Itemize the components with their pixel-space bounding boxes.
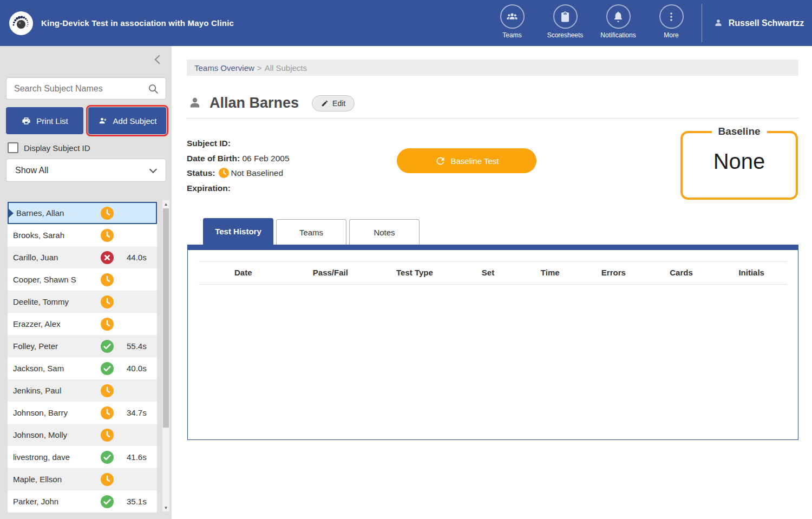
- status-icon: [101, 495, 114, 508]
- subject-name: Carillo, Juan: [13, 253, 101, 262]
- clock-icon: [101, 207, 114, 220]
- app-title: King-Devick Test in association with May…: [41, 18, 234, 28]
- collapse-sidebar-icon[interactable]: [153, 55, 163, 64]
- subject-time: 55.4s: [127, 341, 147, 351]
- panel-accent-bar: [187, 245, 798, 250]
- baseline-panel: Baseline None: [680, 131, 798, 200]
- divider: [187, 118, 798, 119]
- nav-item-teams[interactable]: Teams: [486, 4, 539, 39]
- test-history-panel: DatePass/FailTest TypeSetTimeErrorsCards…: [187, 245, 798, 440]
- subject-row[interactable]: Johnson, Molly: [8, 424, 157, 446]
- printer-icon: [21, 116, 31, 126]
- subject-row[interactable]: Deelite, Tommy: [8, 291, 157, 313]
- status-icon: [101, 340, 114, 353]
- app-logo-icon: [9, 11, 34, 36]
- user-name: Russell Schwartzz: [729, 18, 804, 28]
- nav-item-more[interactable]: More: [645, 4, 698, 39]
- nav-item-label: Scoresheets: [547, 31, 584, 39]
- person-icon: [713, 18, 724, 29]
- scrollbar-down-icon[interactable]: ▼: [162, 504, 169, 511]
- subject-list-scrollbar[interactable]: ▲ ▼: [162, 200, 169, 511]
- subject-row[interactable]: Erazzer, Alex: [8, 313, 157, 335]
- search-icon[interactable]: [147, 83, 159, 95]
- sidebar-buttons: Print List Add Subject: [6, 107, 166, 134]
- nav-item-scoresheets[interactable]: Scoresheets: [539, 4, 592, 39]
- status-icon: [101, 406, 114, 419]
- subject-row[interactable]: Carillo, Juan 44.0s: [8, 246, 157, 268]
- subject-row[interactable]: Parker, John 35.1s: [8, 490, 157, 513]
- notifications-icon: [606, 4, 631, 29]
- display-subject-id-checkbox[interactable]: [8, 142, 18, 153]
- subject-name: Maple, Ellson: [13, 475, 101, 484]
- subject-name: Cooper, Shawn S: [13, 275, 101, 284]
- subject-name: Erazzer, Alex: [13, 319, 101, 329]
- breadcrumb-teams-overview[interactable]: Teams Overview: [194, 63, 254, 73]
- baseline-test-button[interactable]: Baseline Test: [397, 148, 536, 173]
- column-header: Pass/Fail: [288, 268, 374, 277]
- tab-notes[interactable]: Notes: [349, 219, 420, 245]
- display-subject-id-label: Display Subject ID: [24, 143, 90, 153]
- column-header: Initials: [716, 268, 787, 277]
- subject-row[interactable]: Cooper, Shawn S: [8, 268, 157, 291]
- status-icon: [101, 295, 114, 308]
- subject-row[interactable]: Maple, Ellson: [8, 468, 157, 490]
- expiration-row: Expiration:: [187, 181, 290, 196]
- tab-test-history[interactable]: Test History: [203, 218, 273, 245]
- top-nav: King-Devick Test in association with May…: [0, 0, 812, 46]
- breadcrumb-separator: >: [257, 63, 262, 73]
- sidebar: Print List Add Subject Display Subject I…: [0, 46, 172, 519]
- display-subject-id-option[interactable]: Display Subject ID: [8, 142, 90, 153]
- refresh-icon: [435, 155, 446, 167]
- search-input[interactable]: [6, 84, 147, 94]
- main-content: Teams Overview > All Subjects Allan Barn…: [172, 46, 812, 519]
- subject-time: 34.7s: [127, 408, 147, 417]
- status-icon: [101, 318, 114, 331]
- check-icon: [101, 340, 114, 353]
- subject-row[interactable]: Johnson, Barry 34.7s: [8, 402, 157, 424]
- print-list-button[interactable]: Print List: [6, 107, 83, 134]
- subject-row[interactable]: Folley, Peter 55.4s: [8, 335, 157, 357]
- nav-group: Teams Scoresheets Notifications More: [486, 4, 698, 39]
- show-all-dropdown[interactable]: Show All: [6, 159, 166, 182]
- status-icon: [101, 362, 114, 375]
- subject-name: Johnson, Molly: [13, 430, 101, 439]
- clock-icon: [101, 295, 114, 308]
- subject-id-row: Subject ID:: [187, 136, 290, 151]
- status-label: Status:: [187, 168, 215, 178]
- person-add-icon: [98, 116, 108, 126]
- subject-row[interactable]: Barnes, Allan: [8, 202, 157, 224]
- clock-icon: [219, 168, 229, 178]
- nav-item-notifications[interactable]: Notifications: [592, 4, 645, 39]
- add-subject-button[interactable]: Add Subject: [88, 107, 166, 134]
- subject-row[interactable]: livestrong, dave 41.6s: [8, 446, 157, 468]
- subject-name: Deelite, Tommy: [13, 297, 101, 306]
- tabs: Test History Teams Notes: [203, 218, 420, 245]
- subject-row[interactable]: Brooks, Sarah: [8, 224, 157, 246]
- add-subject-label: Add Subject: [113, 116, 157, 126]
- baseline-test-label: Baseline Test: [451, 156, 499, 166]
- tab-teams[interactable]: Teams: [276, 219, 346, 245]
- scrollbar-up-icon[interactable]: ▲: [162, 200, 169, 208]
- clock-icon: [101, 406, 114, 419]
- status-icon: [101, 451, 114, 464]
- clock-icon: [101, 273, 114, 286]
- status-icon: [101, 229, 114, 242]
- clock-icon: [101, 384, 114, 397]
- nav-item-label: More: [664, 31, 678, 39]
- check-icon: [101, 362, 114, 375]
- print-list-label: Print List: [36, 116, 68, 126]
- column-header: Set: [456, 268, 520, 277]
- page-title: Allan Barnes: [209, 95, 299, 111]
- dob-label: Date of Birth:: [187, 154, 240, 163]
- subject-row[interactable]: Jackson, Sam 40.0s: [8, 357, 157, 379]
- subject-name: Johnson, Barry: [13, 408, 101, 417]
- user-menu[interactable]: Russell Schwartzz: [707, 0, 810, 46]
- status-icon: [101, 273, 114, 286]
- clock-icon: [101, 229, 114, 242]
- edit-button[interactable]: Edit: [312, 95, 355, 111]
- subject-row[interactable]: Jenkins, Paul: [8, 379, 157, 402]
- scrollbar-thumb[interactable]: [163, 208, 169, 428]
- subject-header: Allan Barnes Edit: [187, 95, 355, 111]
- x-icon: [101, 251, 114, 264]
- subject-name: Brooks, Sarah: [13, 231, 101, 240]
